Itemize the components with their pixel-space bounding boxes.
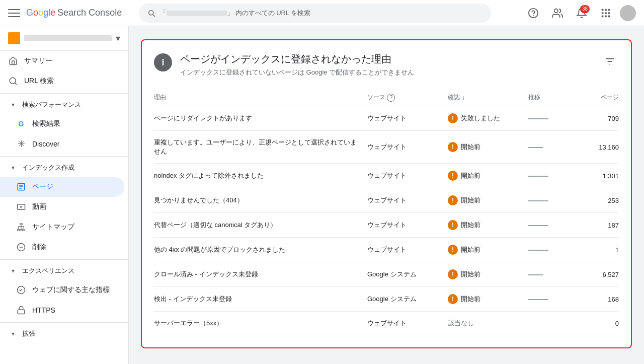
warning-icon: !: [448, 113, 458, 123]
search-bar[interactable]: 「」 内のすべての URL を検索: [139, 4, 491, 23]
confirm-cell: ! 開始前: [448, 195, 528, 205]
sidebar-section-search-performance[interactable]: ▾ 検索パフォーマンス: [0, 96, 128, 114]
source-cell: ウェブサイト: [367, 142, 448, 152]
table-row[interactable]: クロール済み - インデックス未登録 Google システム ! 開始前 6,5…: [154, 262, 619, 287]
sidebar-item-label: 動画: [32, 202, 46, 211]
header-left: Google Search Console: [8, 7, 139, 19]
filter-button[interactable]: [601, 52, 619, 70]
pages-cell: 168: [579, 296, 619, 303]
video-icon: [16, 202, 26, 212]
sidebar-item-label: ページ: [32, 182, 53, 191]
lock-icon: [16, 305, 26, 315]
table-row[interactable]: 見つかりませんでした（404） ウェブサイト ! 開始前 253: [154, 188, 619, 213]
svg-rect-10: [605, 15, 607, 17]
svg-rect-22: [23, 230, 25, 231]
table-row[interactable]: 代替ページ（適切な canonical タグあり） ウェブサイト ! 開始前 1…: [154, 213, 619, 238]
sidebar-item-videos[interactable]: 動画: [0, 197, 124, 217]
sort-icon: ↓: [462, 94, 465, 101]
table-row[interactable]: 検出 - インデックス未登録 Google システム ! 開始前 168: [154, 287, 619, 312]
svg-rect-9: [602, 15, 604, 17]
table-row[interactable]: 重複しています。ユーザーにより、正規ページとして選択されていません ウェブサイト…: [154, 131, 619, 164]
sidebar-item-removal[interactable]: 削除: [0, 237, 124, 257]
reason-cell: 見つかりませんでした（404）: [154, 196, 367, 205]
search-placeholder-text: 「」 内のすべての URL を検索: [160, 9, 483, 18]
na-status: 該当なし: [448, 319, 474, 327]
sidebar-section-extensions[interactable]: ▾ 拡張: [0, 325, 128, 343]
sidebar-section-experience[interactable]: ▾ エクスペリエンス: [0, 262, 128, 280]
table-row[interactable]: ページにリダイレクトがあります ウェブサイト ! 失敗しました 709: [154, 106, 619, 131]
table-header: 理由 ソース ? 確認 ↓ 推移 ページ: [154, 89, 619, 106]
card-titles: ページがインデックスに登録されなかった理由 インデックスに登録されていないページ…: [180, 52, 414, 77]
status-text: 開始前: [461, 171, 480, 180]
sidebar-item-search-results[interactable]: G 検索結果: [0, 114, 124, 134]
apps-button[interactable]: [596, 3, 616, 23]
web-vitals-icon: [16, 285, 26, 295]
source-help-icon[interactable]: ?: [387, 94, 395, 102]
hamburger-icon[interactable]: [8, 7, 20, 19]
sidebar-item-url-check[interactable]: URL 検索: [0, 71, 124, 91]
status-badge: ! 開始前: [448, 195, 528, 205]
reason-cell: 重複しています。ユーザーにより、正規ページとして選択されていません: [154, 138, 367, 156]
svg-rect-11: [608, 15, 610, 17]
svg-marker-18: [21, 206, 23, 208]
pages-icon: [16, 182, 26, 192]
trend-line: [528, 225, 548, 226]
avatar[interactable]: [620, 5, 636, 21]
source-cell: Google システム: [367, 270, 448, 279]
section-label: 拡張: [22, 329, 35, 338]
pages-cell: 187: [579, 222, 619, 229]
status-text: 開始前: [461, 295, 480, 304]
suggest-cell: [528, 143, 579, 151]
trend-line: [528, 200, 548, 201]
source-cell: ウェブサイト: [367, 196, 448, 205]
sidebar-item-label: サマリー: [24, 56, 52, 65]
header: Google Search Console 「」 内のすべての URL を検索: [0, 0, 644, 26]
sidebar-item-web-vitals[interactable]: ウェブに関する主な指標: [0, 280, 124, 300]
confirm-cell: ! 開始前: [448, 220, 528, 230]
trend-line: [528, 250, 548, 251]
sidebar: ▾ サマリー URL 検索 ▾ 検索パフォーマンス G 検索結果 ✳ Disco…: [0, 26, 129, 360]
trend-line: [528, 176, 548, 177]
sidebar-item-summary[interactable]: サマリー: [0, 51, 124, 71]
status-badge: ! 開始前: [448, 294, 528, 304]
warning-icon: !: [448, 245, 458, 255]
trend-line: [528, 274, 543, 275]
reason-cell: 検出 - インデックス未登録: [154, 295, 367, 304]
sidebar-section-index[interactable]: ▾ インデックス作成: [0, 159, 128, 177]
svg-rect-20: [18, 230, 20, 231]
table-row[interactable]: noindex タグによって除外されました ウェブサイト ! 開始前 1,301: [154, 164, 619, 188]
info-icon: i: [154, 53, 172, 71]
status-text: 開始前: [461, 142, 480, 152]
reason-cell: noindex タグによって除外されました: [154, 171, 367, 180]
property-name: [24, 35, 112, 41]
help-button[interactable]: [523, 3, 543, 23]
chevron-down-icon: ▾: [116, 33, 120, 44]
sidebar-item-label: 削除: [32, 243, 46, 252]
svg-rect-5: [608, 9, 610, 11]
svg-rect-21: [20, 230, 23, 231]
notifications-button[interactable]: 38: [572, 3, 592, 23]
svg-rect-4: [605, 9, 607, 11]
trend-line: [528, 147, 543, 148]
sidebar-item-label: URL 検索: [24, 77, 54, 86]
col-header-confirm[interactable]: 確認 ↓: [448, 93, 528, 102]
pages-cell: 253: [579, 197, 619, 204]
chevron-icon: ▾: [8, 100, 18, 110]
sidebar-item-https[interactable]: HTTPS: [0, 300, 124, 320]
reason-cell: 他の 4xx の問題が原因でブロックされました: [154, 245, 367, 254]
status-text: 開始前: [461, 221, 480, 230]
table-row[interactable]: サーバーエラー（5xx） ウェブサイト 該当なし 0: [154, 312, 619, 335]
warning-icon: !: [448, 195, 458, 205]
sidebar-item-pages[interactable]: ページ: [0, 177, 124, 197]
status-text: 開始前: [461, 245, 480, 254]
account-management-button[interactable]: [547, 3, 568, 23]
col-header-suggest: 推移: [528, 93, 579, 102]
sidebar-item-label: HTTPS: [32, 306, 55, 314]
property-selector[interactable]: ▾: [0, 26, 128, 51]
nav-divider: [0, 93, 128, 94]
property-icon: [8, 32, 20, 44]
search-icon: [147, 9, 156, 18]
sidebar-item-sitemap[interactable]: サイトマップ: [0, 217, 124, 237]
table-row[interactable]: 他の 4xx の問題が原因でブロックされました ウェブサイト ! 開始前 1: [154, 238, 619, 262]
sidebar-item-discover[interactable]: ✳ Discover: [0, 134, 124, 154]
